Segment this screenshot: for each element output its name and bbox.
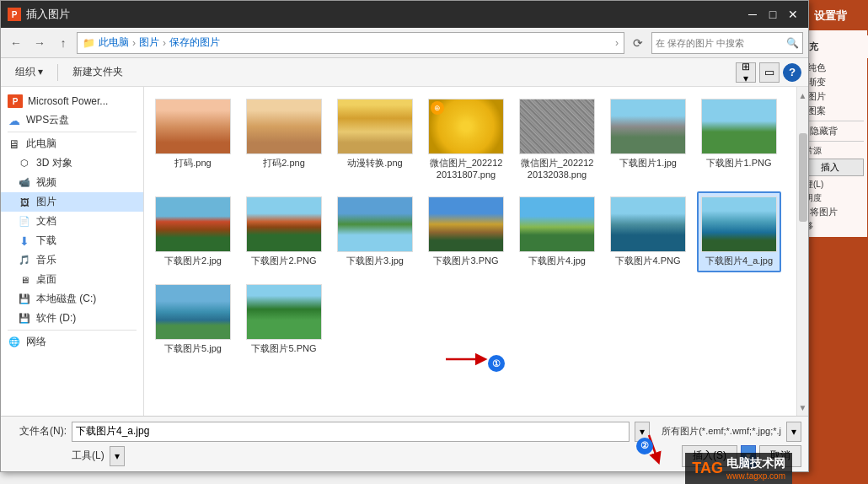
tools-dropdown[interactable]: ▾ (110, 446, 125, 466)
maximize-button[interactable]: □ (764, 6, 781, 23)
thispc-icon: 🖥 (8, 137, 21, 151)
refresh-button[interactable]: ⟳ (628, 33, 648, 53)
scroll-thumb[interactable] (799, 133, 807, 222)
sidebar-wps-label: WPS云盘 (26, 113, 69, 127)
list-item[interactable]: ⊕ 微信图片_2022122013180​7.png (424, 94, 508, 185)
file-thumbnail (610, 99, 686, 154)
file-thumbnail (701, 196, 777, 252)
list-item[interactable]: 下载图片2.jpg (151, 191, 235, 272)
file-name: 下载图片1.jpg (619, 157, 677, 169)
title-controls: ─ □ ✕ (744, 6, 801, 23)
file-thumbnail: ⊕ (428, 99, 504, 154)
action-bar: 组织 ▾ 新建文件夹 ⊞ ▾ ▭ ? (1, 58, 808, 87)
up-button[interactable]: ↑ (53, 33, 73, 53)
3d-icon: ⬡ (18, 157, 31, 170)
file-thumbnail (155, 284, 231, 340)
sidebar-item-documents[interactable]: 📄 文档 (1, 212, 143, 231)
sidebar-item-powerpoint[interactable]: P Microsoft Power... (1, 92, 143, 110)
navigation-toolbar: ← → ↑ 📁 此电脑 › 图片 › 保存的图片 › ⟳ 🔍 (1, 28, 808, 58)
file-name: 下载图片1.PNG (706, 157, 771, 169)
sidebar-item-wps[interactable]: ☁ WPS云盘 (1, 110, 143, 130)
sidebar-3d-label: 3D 对象 (36, 156, 72, 170)
search-icon: 🔍 (786, 37, 799, 49)
file-name: 下载图片3.jpg (346, 255, 404, 267)
sidebar-item-3d[interactable]: ⬡ 3D 对象 (1, 153, 143, 173)
breadcrumb-saved[interactable]: 保存的图片 (169, 35, 220, 50)
tools-label: 工具(L) (72, 449, 104, 463)
list-item[interactable]: 微信图片_2022122013203​8.png (515, 94, 599, 185)
scrollbar[interactable]: ▲ ▼ (796, 87, 808, 416)
view-button[interactable]: ⊞ ▾ (736, 62, 756, 83)
list-item[interactable]: 下载图片1.PNG (697, 94, 781, 185)
list-item-selected[interactable]: 下载图片4_a.jpg (697, 191, 781, 272)
breadcrumb-pictures[interactable]: 图片 (139, 35, 159, 50)
watermark-site: www.tagxp.com (726, 471, 785, 481)
list-item[interactable]: 下载图片3.jpg (333, 191, 417, 272)
file-name: 下载图片4.PNG (615, 255, 680, 267)
breadcrumb-bar: 📁 此电脑 › 图片 › 保存的图片 › (77, 32, 624, 54)
desktop-icon: 🖥 (18, 273, 31, 287)
search-input[interactable] (656, 38, 783, 48)
list-item[interactable]: 下载图片5.PNG (242, 279, 326, 360)
fill-image-label: 图片 (807, 90, 826, 103)
file-thumbnail (246, 196, 322, 252)
sidebar-item-video[interactable]: 📹 视频 (1, 173, 143, 192)
filename-row: 文件名(N): ▾ 所有图片(*.emf;*.wmf;*.jpg;*.j ▾ (8, 422, 801, 442)
list-item[interactable]: 打码2.png (242, 94, 326, 185)
new-folder-button[interactable]: 新建文件夹 (65, 62, 131, 83)
file-thumbnail (519, 99, 595, 154)
fill-gradient-label: 渐变 (807, 76, 826, 89)
local-d-icon: 💾 (18, 312, 31, 325)
sidebar-item-music[interactable]: 🎵 音乐 (1, 250, 143, 270)
scroll-up[interactable]: ▲ (797, 87, 808, 104)
sidebar-item-network[interactable]: 🌐 网络 (1, 332, 143, 352)
sidebar-item-thispc[interactable]: 🖥 此电脑 (1, 134, 143, 153)
sidebar-item-pictures[interactable]: 🖼 图片 (1, 192, 143, 212)
search-box: 🔍 (651, 32, 803, 54)
breadcrumb-pc[interactable]: 此电脑 (99, 35, 129, 50)
powerpoint-icon: P (8, 94, 23, 108)
sidebar-item-desktop[interactable]: 🖥 桌面 (1, 270, 143, 289)
sidebar-network-label: 网络 (26, 335, 46, 349)
file-badge: ⊕ (431, 101, 444, 115)
file-thumbnail (337, 99, 413, 154)
organize-button[interactable]: 组织 ▾ (8, 62, 51, 83)
dialog-title: 插入图片 (26, 7, 70, 22)
minimize-button[interactable]: ─ (744, 6, 761, 23)
file-name: 下载图片2.PNG (251, 255, 316, 267)
list-item[interactable]: 动漫转换.png (333, 94, 417, 185)
filetype-dropdown[interactable]: ▾ (786, 422, 801, 442)
filename-input[interactable] (72, 422, 630, 442)
file-grid: 打码.png 打码2.png 动漫转换.png ⊕ 微信图片_2 (151, 94, 790, 360)
file-name: 打码2.png (263, 157, 305, 169)
sidebar-item-local-d[interactable]: 💾 软件 (D:) (1, 309, 143, 328)
forward-button[interactable]: → (29, 33, 50, 53)
scroll-down[interactable]: ▼ (797, 399, 808, 416)
sidebar-item-local-c[interactable]: 💾 本地磁盘 (C:) (1, 289, 143, 309)
breadcrumb-icon: 📁 (83, 37, 95, 49)
file-name: 下载图片2.jpg (164, 255, 222, 267)
list-item[interactable]: 打码.png (151, 94, 235, 185)
sidebar-item-downloads[interactable]: ⬇ 下载 (1, 231, 143, 250)
list-item[interactable]: 下载图片1.jpg (606, 94, 690, 185)
panel-button[interactable]: ▭ (759, 62, 780, 83)
close-button[interactable]: ✕ (785, 6, 801, 23)
file-name: 下载图片4.jpg (528, 255, 586, 267)
file-thumbnail (519, 196, 595, 252)
sidebar-divider1 (8, 132, 137, 132)
list-item[interactable]: 下载图片4.PNG (606, 191, 690, 272)
list-item[interactable]: 下载图片2.PNG (242, 191, 326, 272)
file-name: 下载图片3.PNG (433, 255, 498, 267)
list-item[interactable]: 下载图片4.jpg (515, 191, 599, 272)
file-thumbnail (246, 99, 322, 154)
help-button[interactable]: ? (783, 63, 801, 82)
back-button[interactable]: ← (6, 33, 26, 53)
sidebar-desktop-label: 桌面 (36, 272, 56, 287)
action-row: 工具(L) ▾ ② (8, 445, 801, 467)
file-name: 微信图片_2022122013203​8.png (520, 157, 594, 180)
list-item[interactable]: 下载图片5.jpg (151, 279, 235, 360)
list-item[interactable]: 下载图片3.PNG (424, 191, 508, 272)
ppt-bg-label: 设置背 (814, 8, 847, 24)
pictures-icon: 🖼 (18, 196, 31, 209)
stretch-label: 将图片 (810, 206, 838, 218)
